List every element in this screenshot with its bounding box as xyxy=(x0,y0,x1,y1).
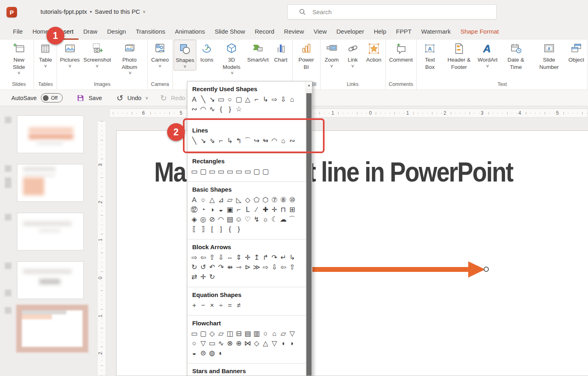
shape-item[interactable]: ◒ xyxy=(217,205,225,215)
shape-item[interactable]: ≠ xyxy=(234,301,243,310)
shape-item[interactable]: ╲ xyxy=(190,136,199,146)
photo-album-button[interactable]: Photo Album˅ xyxy=(113,40,146,77)
shape-item[interactable]: ⇘ xyxy=(208,136,217,146)
shape-item[interactable]: ▽ xyxy=(199,339,208,348)
shape-item[interactable]: ◠ xyxy=(270,136,279,146)
shape-item[interactable]: ⌐ xyxy=(217,136,225,146)
menu-tab[interactable]: Developer xyxy=(331,24,369,40)
shape-item[interactable]: ⌂ xyxy=(270,329,279,339)
shape-item[interactable]: ▭ xyxy=(208,339,217,348)
undo-chevron-icon[interactable]: ˅ xyxy=(145,96,148,100)
shape-item[interactable]: ⇩ xyxy=(279,95,288,105)
shape-item[interactable]: ⊞ xyxy=(288,205,297,215)
shape-item[interactable]: ○ xyxy=(261,329,270,339)
object-button[interactable]: Object xyxy=(566,40,587,64)
shape-item[interactable]: ⊳ xyxy=(243,263,252,272)
shape-item[interactable]: ∾ xyxy=(190,105,199,114)
shape-item[interactable]: ▣ xyxy=(225,205,234,215)
slide-thumbnail[interactable] xyxy=(17,115,84,153)
menu-tab[interactable]: Transitions xyxy=(131,24,170,40)
shape-item[interactable]: A xyxy=(190,95,199,105)
cameo-button[interactable]: P Cameo ˅ xyxy=(149,40,172,70)
shape-item[interactable]: ⇨ xyxy=(261,263,270,272)
chevron-down-icon[interactable]: ˅ xyxy=(143,9,145,14)
date-time-button[interactable]: Date & Time xyxy=(499,40,532,71)
shape-item[interactable]: ∿ xyxy=(208,105,217,114)
menu-tab[interactable]: Slide Show xyxy=(210,24,250,40)
shape-item[interactable]: − xyxy=(199,301,208,310)
vertical-ruler[interactable]: 321012 xyxy=(97,121,106,376)
zoom-button[interactable]: Zoom ˅ xyxy=(321,40,342,70)
shape-item[interactable]: ◗ xyxy=(288,339,297,348)
shape-item[interactable]: ☁ xyxy=(279,215,288,224)
shape-item[interactable]: ✛ xyxy=(243,253,252,263)
menu-tab[interactable]: File xyxy=(8,24,28,40)
smartart-button[interactable]: SmartArt xyxy=(246,40,270,64)
shape-item[interactable]: ⊟ xyxy=(234,329,243,339)
shape-item[interactable]: ⬠ xyxy=(252,195,261,205)
shape-item[interactable]: ✛ xyxy=(270,205,279,215)
chart-button[interactable]: Chart xyxy=(270,40,291,64)
slide-thumbnail[interactable] xyxy=(17,261,84,299)
menu-tab[interactable]: Animations xyxy=(170,24,210,40)
shape-item[interactable]: ⊕ xyxy=(234,339,243,348)
shape-item[interactable]: ▤ xyxy=(225,215,234,224)
shape-item[interactable]: ◑ xyxy=(208,205,217,215)
shape-item[interactable]: ⑧ xyxy=(279,195,288,205)
shape-item[interactable]: ▥ xyxy=(252,329,261,339)
menu-tab[interactable]: Shape Format xyxy=(456,24,504,40)
menu-tab[interactable]: Draw xyxy=(79,24,102,40)
autosave-toggle[interactable]: Off xyxy=(41,93,63,103)
shape-item[interactable]: ⊘ xyxy=(208,215,217,224)
shape-item[interactable]: ⇦ xyxy=(279,263,288,272)
shape-item[interactable]: ⌒ xyxy=(288,215,297,224)
shape-item[interactable]: ◇ xyxy=(252,339,261,348)
shape-item[interactable]: ◈ xyxy=(190,215,199,224)
horizontal-ruler[interactable]: 651012345 xyxy=(109,109,588,118)
save-button[interactable]: Save xyxy=(89,95,102,101)
undo-button[interactable]: Undo xyxy=(127,95,142,101)
shape-item[interactable]: △ xyxy=(243,95,252,105)
shape-item[interactable]: ⇨ xyxy=(270,95,279,105)
shape-item[interactable]: = xyxy=(225,301,234,310)
shape-item[interactable]: { xyxy=(217,105,225,114)
shape-item[interactable]: ↶ xyxy=(208,263,217,272)
shape-item[interactable]: ÷ xyxy=(217,301,225,310)
shape-item[interactable]: ◔ xyxy=(199,205,208,215)
shape-item[interactable]: ▱ xyxy=(279,329,288,339)
power-bi-button[interactable]: Power BI xyxy=(293,40,319,71)
shape-item[interactable]: ☼ xyxy=(261,215,270,224)
shape-item[interactable]: ⇔ xyxy=(225,253,234,263)
shape-item[interactable]: ↷ xyxy=(270,253,279,263)
shape-item[interactable]: ▭ xyxy=(190,329,199,339)
shape-item[interactable]: Ⅼ xyxy=(243,205,252,215)
shape-item[interactable]: ✚ xyxy=(261,205,270,215)
shape-item[interactable]: ◒ xyxy=(190,348,199,358)
shape-item[interactable]: ☾ xyxy=(270,215,279,224)
shape-item[interactable]: ↳ xyxy=(225,136,234,146)
shape-item[interactable]: ◠ xyxy=(217,215,225,224)
shape-item[interactable]: + xyxy=(190,301,199,310)
shape-item[interactable]: ▭ xyxy=(217,95,225,105)
shape-item[interactable]: ▢ xyxy=(234,95,243,105)
shape-item[interactable]: ◫ xyxy=(225,329,234,339)
shape-item[interactable]: ◍ xyxy=(208,348,217,358)
shape-item[interactable]: ▢ xyxy=(252,167,261,177)
shape-item[interactable]: ○ xyxy=(225,95,234,105)
menu-tab[interactable]: Review xyxy=(279,24,309,40)
screenshot-button[interactable]: Screenshot ˅ xyxy=(82,40,113,70)
shape-item[interactable]: ⇧ xyxy=(288,263,297,272)
new-slide-button[interactable]: New Slide ˅ xyxy=(5,40,33,77)
shape-item[interactable]: ◇ xyxy=(243,195,252,205)
menu-tab[interactable]: Help xyxy=(369,24,391,40)
slide-thumbnail[interactable] xyxy=(17,213,84,250)
arrow-endpoint-handle[interactable] xyxy=(484,267,489,272)
scroll-up-icon[interactable]: ▲ xyxy=(306,81,312,89)
shape-item[interactable]: ⌐ xyxy=(234,205,243,215)
shape-item[interactable]: ☺ xyxy=(234,215,243,224)
menu-tab[interactable]: Design xyxy=(102,24,131,40)
shape-item[interactable]: ↻ xyxy=(208,272,217,282)
slide-number-button[interactable]: # Slide Number xyxy=(532,40,566,71)
comment-button[interactable]: Comment xyxy=(386,40,416,64)
shape-item[interactable]: ♡ xyxy=(243,215,252,224)
